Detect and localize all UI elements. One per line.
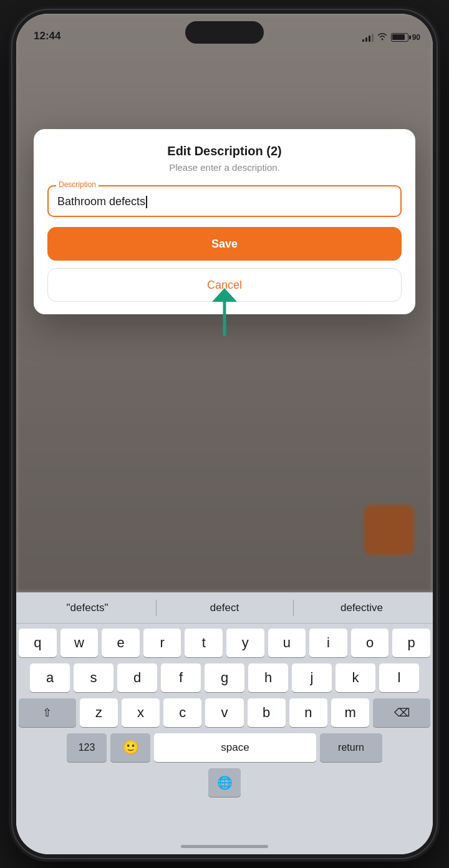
key-z[interactable]: z <box>80 698 118 727</box>
delete-key[interactable]: ⌫ <box>373 698 430 727</box>
key-row-3: ⇧ z x c v b n m ⌫ <box>19 698 430 727</box>
arrow-annotation <box>206 288 243 338</box>
input-label: Description <box>56 180 99 189</box>
key-s[interactable]: s <box>74 663 113 692</box>
key-a[interactable]: a <box>30 663 70 692</box>
key-row-1: q w e r t y u i o p <box>19 629 430 657</box>
key-t[interactable]: t <box>185 629 223 657</box>
description-input[interactable]: Bathroom defects <box>57 195 392 208</box>
modal-subtitle: Please enter a description. <box>47 162 402 173</box>
key-j[interactable]: j <box>292 663 332 692</box>
screen: 12:44 90 <box>16 14 433 854</box>
key-i[interactable]: i <box>309 629 347 657</box>
shift-key[interactable]: ⇧ <box>19 698 76 727</box>
wifi-icon <box>377 32 387 42</box>
key-g[interactable]: g <box>205 663 244 692</box>
space-key[interactable]: space <box>154 733 316 762</box>
text-cursor <box>146 196 147 208</box>
signal-icon <box>362 33 374 42</box>
key-row-2: a s d f g h j k l <box>19 663 430 692</box>
key-h[interactable]: h <box>248 663 288 692</box>
key-u[interactable]: u <box>268 629 306 657</box>
key-row-5: 🌐 <box>19 768 430 797</box>
key-o[interactable]: o <box>351 629 389 657</box>
svg-marker-1 <box>212 288 237 302</box>
key-c[interactable]: c <box>163 698 201 727</box>
modal-title: Edit Description (2) <box>47 144 402 158</box>
key-p[interactable]: p <box>392 629 430 657</box>
key-n[interactable]: n <box>289 698 327 727</box>
predictive-item-3[interactable]: defective <box>293 596 430 620</box>
key-f[interactable]: f <box>161 663 201 692</box>
battery-level: 90 <box>412 33 420 42</box>
key-v[interactable]: v <box>205 698 243 727</box>
key-y[interactable]: y <box>226 629 264 657</box>
predictive-bar: "defects" defect defective <box>16 592 433 624</box>
numbers-key[interactable]: 123 <box>67 733 107 762</box>
key-q[interactable]: q <box>19 629 57 657</box>
key-k[interactable]: k <box>336 663 375 692</box>
description-input-wrapper[interactable]: Description Bathroom defects <box>47 185 402 217</box>
predictive-item-2[interactable]: defect <box>156 596 293 620</box>
modal-dialog: Edit Description (2) Please enter a desc… <box>34 129 415 314</box>
key-d[interactable]: d <box>117 663 157 692</box>
keyboard: "defects" defect defective q w e r t y u… <box>16 592 433 854</box>
key-m[interactable]: m <box>331 698 369 727</box>
emoji-key[interactable]: 🙂 <box>110 733 150 762</box>
key-w[interactable]: w <box>60 629 99 657</box>
predictive-item-1[interactable]: "defects" <box>19 596 156 620</box>
keyboard-rows: q w e r t y u i o p a s d f g <box>16 624 433 806</box>
key-l[interactable]: l <box>379 663 419 692</box>
key-x[interactable]: x <box>122 698 160 727</box>
status-icons: 90 <box>362 32 420 42</box>
battery-icon <box>391 33 408 42</box>
dynamic-island <box>185 21 264 44</box>
key-r[interactable]: r <box>143 629 181 657</box>
key-b[interactable]: b <box>248 698 286 727</box>
globe-key[interactable]: 🌐 <box>208 768 241 797</box>
phone-frame: 12:44 90 <box>12 10 437 858</box>
key-row-4: 123 🙂 space return <box>19 733 430 762</box>
save-button[interactable]: Save <box>47 227 402 261</box>
home-indicator <box>181 845 268 848</box>
return-key[interactable]: return <box>320 733 382 762</box>
key-e[interactable]: e <box>102 629 140 657</box>
